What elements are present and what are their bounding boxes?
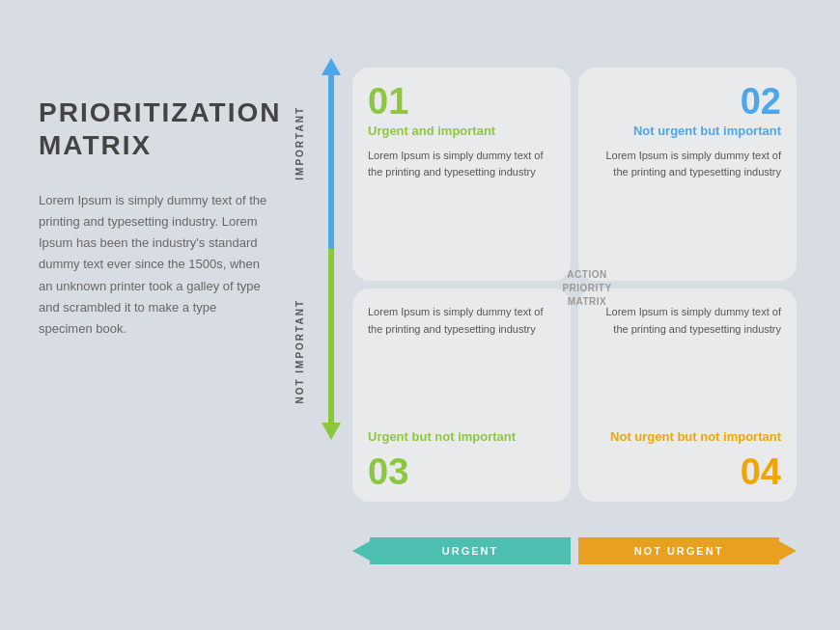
slide: PRIORITIZATION MATRIX Lorem Ipsum is sim… (0, 0, 840, 630)
q4-text: Lorem Ipsum is simply dummy text of the … (594, 304, 781, 338)
y-axis-line-top (328, 75, 334, 249)
quadrant-1: 01 Urgent and important Lorem Ipsum is s… (352, 68, 571, 281)
urgent-arrow-body: URGENT (370, 537, 571, 564)
x-axis-area: URGENT NOT URGENT (352, 537, 797, 564)
x-arrow-not-urgent: NOT URGENT (578, 537, 797, 564)
q3-number: 03 (368, 453, 516, 490)
q3-title: Urgent but not important (368, 429, 516, 446)
y-label-not-important: NOT IMPORTANT (294, 299, 305, 404)
y-axis-line-bottom (328, 249, 334, 423)
not-urgent-arrow-body: NOT URGENT (578, 537, 779, 564)
y-label-important: IMPORTANT (294, 106, 305, 180)
urgent-arrowhead (352, 541, 370, 561)
action-priority-label: ACTION PRIORITY MATRIX (548, 268, 626, 309)
quadrant-2: 02 Not urgent but important Lorem Ipsum … (578, 68, 797, 281)
q1-title: Urgent and important (368, 123, 555, 140)
q2-text: Lorem Ipsum is simply dummy text of the … (594, 148, 781, 181)
y-axis-arrow-up (322, 58, 341, 75)
q3-content-top: Lorem Ipsum is simply dummy text of the … (368, 304, 555, 338)
main-title: PRIORITIZATION MATRIX (39, 96, 270, 161)
description-text: Lorem Ipsum is simply dummy text of the … (39, 190, 270, 340)
q4-content-top: Lorem Ipsum is simply dummy text of the … (594, 304, 781, 338)
q1-text: Lorem Ipsum is simply dummy text of the … (368, 148, 555, 181)
q3-bottom: Urgent but not important 03 (368, 425, 516, 490)
not-urgent-arrowhead (779, 541, 797, 561)
q4-number: 04 (610, 453, 781, 490)
matrix-area: IMPORTANT NOT IMPORTANT 01 Urgent and im… (290, 58, 801, 579)
y-axis-arrow-down (322, 423, 341, 440)
q2-title: Not urgent but important (594, 123, 781, 140)
q4-bottom: Not urgent but not important 04 (610, 425, 781, 490)
urgent-label: URGENT (442, 545, 498, 557)
not-urgent-label: NOT URGENT (634, 545, 724, 557)
q4-title: Not urgent but not important (610, 429, 781, 446)
y-axis (317, 58, 346, 502)
x-arrow-urgent: URGENT (352, 537, 571, 564)
quadrant-4: Lorem Ipsum is simply dummy text of the … (578, 288, 797, 502)
q3-text: Lorem Ipsum is simply dummy text of the … (368, 304, 555, 338)
left-panel: PRIORITIZATION MATRIX Lorem Ipsum is sim… (39, 96, 270, 340)
q1-number: 01 (368, 83, 555, 120)
q2-number: 02 (594, 83, 781, 120)
quadrant-3: Lorem Ipsum is simply dummy text of the … (352, 288, 571, 502)
